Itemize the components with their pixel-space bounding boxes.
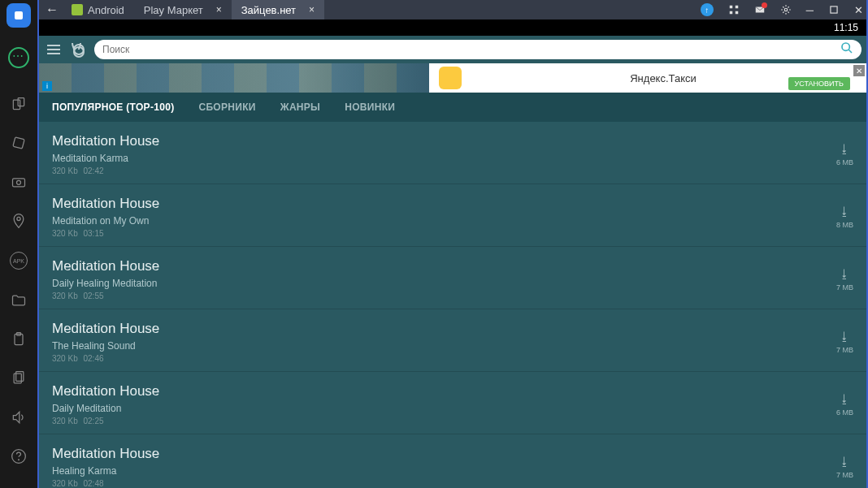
track-meta: 320 Kb 02:55 bbox=[52, 292, 159, 300]
main-area: Android Play Маркет × Зайцев.нет × ↑ ─ ✕… bbox=[37, 0, 868, 488]
minimize-button[interactable]: ─ bbox=[806, 4, 814, 16]
svg-rect-1 bbox=[18, 98, 24, 106]
copy-icon[interactable] bbox=[11, 370, 27, 387]
svg-point-4 bbox=[17, 180, 21, 184]
download-icon: ⭳ bbox=[836, 392, 853, 405]
track-info: Meditation HouseMeditation Karma320 Kb 0… bbox=[52, 133, 159, 175]
track-row[interactable]: Meditation HouseDaily Healing Meditation… bbox=[39, 247, 866, 309]
download-icon: ⭳ bbox=[836, 142, 853, 155]
track-row[interactable]: Meditation HouseMeditation Karma320 Kb 0… bbox=[39, 122, 866, 184]
back-button[interactable] bbox=[42, 0, 62, 19]
track-info: Meditation HouseHealing Karma320 Kb 02:4… bbox=[52, 446, 159, 488]
track-title: The Healing Sound bbox=[52, 340, 159, 352]
close-icon[interactable]: × bbox=[216, 4, 222, 15]
track-info: Meditation HouseDaily Healing Meditation… bbox=[52, 258, 159, 300]
download-button[interactable]: ⭳8 MB bbox=[836, 205, 853, 229]
tab-label: Android bbox=[88, 4, 124, 16]
track-title: Healing Karma bbox=[52, 465, 159, 477]
track-row[interactable]: Meditation HouseThe Healing Sound320 Kb … bbox=[39, 309, 866, 372]
track-artist: Meditation House bbox=[52, 196, 159, 212]
tablet-icon[interactable] bbox=[11, 96, 27, 112]
bunny-logo-icon[interactable] bbox=[68, 39, 89, 60]
track-row[interactable]: Meditation HouseDaily Meditation320 Kb 0… bbox=[39, 372, 866, 434]
tab-collections[interactable]: СБОРНИКИ bbox=[198, 101, 255, 113]
download-button[interactable]: ⭳7 MB bbox=[836, 267, 853, 292]
sync-icon[interactable]: ↑ bbox=[701, 3, 714, 16]
track-artist: Meditation House bbox=[52, 446, 159, 462]
download-button[interactable]: ⭳7 MB bbox=[836, 330, 853, 354]
download-icon: ⭳ bbox=[836, 330, 853, 343]
track-meta: 320 Kb 02:46 bbox=[52, 354, 159, 363]
category-tabs: ПОПУЛЯРНОЕ (TOP-100) СБОРНИКИ ЖАНРЫ НОВИ… bbox=[39, 93, 866, 122]
settings-icon[interactable] bbox=[780, 4, 792, 15]
svg-rect-2 bbox=[13, 137, 24, 149]
track-meta: 320 Kb 03:15 bbox=[52, 229, 159, 238]
tab-play-market[interactable]: Play Маркет × bbox=[134, 0, 232, 19]
file-size: 6 MB bbox=[836, 158, 853, 166]
file-size: 7 MB bbox=[836, 346, 853, 354]
close-icon[interactable]: × bbox=[309, 4, 315, 15]
search-icon[interactable] bbox=[840, 41, 853, 58]
clock: 11:15 bbox=[834, 22, 858, 33]
svg-point-17 bbox=[784, 8, 788, 11]
track-title: Daily Meditation bbox=[52, 403, 159, 414]
track-row[interactable]: Meditation HouseMeditation on My Own320 … bbox=[39, 184, 866, 247]
svg-rect-18 bbox=[831, 6, 837, 13]
file-size: 7 MB bbox=[836, 283, 853, 292]
chat-icon[interactable] bbox=[8, 47, 29, 68]
svg-point-20 bbox=[842, 43, 849, 50]
search-field[interactable] bbox=[94, 40, 861, 59]
apk-icon[interactable]: APK bbox=[10, 252, 28, 270]
svg-rect-12 bbox=[730, 6, 733, 9]
camera-icon[interactable] bbox=[11, 174, 27, 190]
tab-android[interactable]: Android bbox=[62, 0, 134, 19]
clipboard-icon[interactable] bbox=[11, 331, 27, 348]
close-button[interactable]: ✕ bbox=[854, 4, 863, 16]
help-icon[interactable] bbox=[11, 448, 27, 464]
download-button[interactable]: ⭳6 MB bbox=[836, 142, 853, 166]
window-titlebar: Android Play Маркет × Зайцев.нет × ↑ ─ ✕ bbox=[39, 0, 866, 19]
svg-point-5 bbox=[17, 217, 20, 220]
search-row bbox=[39, 36, 866, 63]
install-button[interactable]: УСТАНОВИТЬ bbox=[788, 77, 851, 90]
rotate-icon[interactable] bbox=[11, 135, 27, 151]
tab-label: Play Маркет bbox=[144, 4, 203, 16]
ad-content: Яндекс.Такси УСТАНОВИТЬ ✕ bbox=[429, 63, 866, 93]
volume-icon[interactable] bbox=[11, 409, 27, 425]
android-icon bbox=[72, 4, 83, 15]
apps-icon[interactable] bbox=[728, 4, 740, 15]
track-info: Meditation HouseDaily Meditation320 Kb 0… bbox=[52, 383, 159, 425]
maximize-button[interactable] bbox=[828, 4, 840, 15]
yandex-taxi-icon bbox=[439, 67, 462, 89]
tab-zaycev[interactable]: Зайцев.нет × bbox=[232, 0, 324, 19]
tab-new[interactable]: НОВИНКИ bbox=[345, 101, 395, 113]
file-size: 6 MB bbox=[836, 408, 853, 417]
ad-image: i bbox=[39, 63, 429, 93]
track-artist: Meditation House bbox=[52, 133, 159, 149]
track-meta: 320 Kb 02:25 bbox=[52, 417, 159, 425]
track-title: Meditation Karma bbox=[52, 153, 159, 164]
download-button[interactable]: ⭳7 MB bbox=[836, 455, 853, 479]
track-title: Daily Healing Meditation bbox=[52, 278, 159, 289]
download-button[interactable]: ⭳6 MB bbox=[836, 392, 853, 417]
track-row[interactable]: Meditation HouseHealing Karma320 Kb 02:4… bbox=[39, 434, 866, 488]
track-list[interactable]: Meditation HouseMeditation Karma320 Kb 0… bbox=[39, 122, 866, 488]
ad-close-icon[interactable]: ✕ bbox=[853, 65, 865, 76]
track-info: Meditation HouseThe Healing Sound320 Kb … bbox=[52, 321, 159, 363]
menu-icon[interactable] bbox=[44, 41, 63, 58]
download-icon: ⭳ bbox=[836, 455, 853, 468]
track-info: Meditation HouseMeditation on My Own320 … bbox=[52, 196, 159, 238]
location-icon[interactable] bbox=[11, 213, 27, 229]
mail-icon[interactable] bbox=[754, 4, 766, 15]
svg-rect-0 bbox=[13, 100, 20, 110]
folder-icon[interactable] bbox=[11, 292, 27, 309]
record-icon[interactable] bbox=[7, 3, 31, 28]
download-icon: ⭳ bbox=[836, 267, 853, 280]
search-input[interactable] bbox=[102, 44, 840, 55]
svg-rect-14 bbox=[730, 11, 733, 15]
tab-popular[interactable]: ПОПУЛЯРНОЕ (TOP-100) bbox=[52, 101, 174, 113]
ad-info-icon[interactable]: i bbox=[42, 81, 52, 91]
file-size: 7 MB bbox=[836, 471, 853, 479]
tab-genres[interactable]: ЖАНРЫ bbox=[280, 101, 320, 113]
ad-banner[interactable]: i Яндекс.Такси УСТАНОВИТЬ ✕ bbox=[39, 63, 866, 93]
